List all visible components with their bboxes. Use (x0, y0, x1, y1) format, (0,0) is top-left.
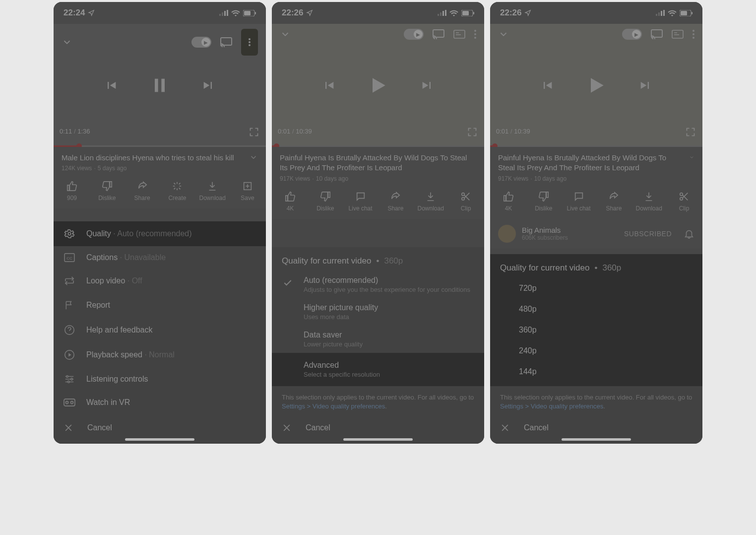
video-title[interactable]: Male Lion disciplines Hyena who tries to… (62, 153, 234, 163)
quality-360p[interactable]: 360p (490, 320, 702, 340)
next-icon[interactable] (201, 78, 215, 92)
expand-icon[interactable] (689, 153, 694, 162)
like-button[interactable]: 909 (56, 181, 88, 201)
video-title[interactable]: Painful Hyena Is Brutally Attacked By Wi… (280, 153, 476, 173)
livechat-button[interactable]: Live chat (563, 191, 595, 212)
quality-higher[interactable]: Higher picture qualityUses more data (272, 298, 484, 326)
more-button[interactable] (241, 29, 258, 56)
dislike-button[interactable]: Dislike (527, 191, 560, 212)
cast-icon[interactable] (433, 29, 444, 39)
video-stats: 917K views·10 days ago (280, 175, 476, 182)
speed-icon (64, 349, 75, 360)
share-button[interactable]: Share (597, 191, 630, 212)
svg-point-19 (67, 381, 69, 383)
svg-rect-2 (224, 11, 226, 16)
settings-captions[interactable]: CC Captions · Unavailable (54, 246, 266, 269)
quality-settings-link[interactable]: Settings > Video quality preferences (282, 402, 385, 410)
svg-rect-36 (658, 12, 660, 16)
quality-advanced[interactable]: AdvancedSelect a specific resolution (272, 353, 484, 386)
wifi-icon (231, 10, 240, 16)
quality-480p[interactable]: 480p (490, 299, 702, 320)
quality-auto[interactable]: Auto (recommended)Adjusts to give you th… (272, 271, 484, 298)
play-icon[interactable] (585, 74, 607, 96)
channel-row[interactable]: Big Animals 606K subscribers SUBSCRIBED (490, 219, 702, 249)
settings-report[interactable]: Report (54, 293, 266, 318)
svg-rect-35 (656, 14, 657, 16)
svg-marker-32 (373, 78, 385, 92)
svg-rect-29 (473, 12, 474, 14)
collapse-icon[interactable] (498, 29, 509, 40)
video-player[interactable]: 0:01 / 10:39 (272, 24, 484, 147)
livechat-button[interactable]: Live chat (344, 191, 377, 212)
cast-icon[interactable] (220, 37, 232, 47)
fullscreen-icon[interactable] (686, 127, 695, 137)
next-icon[interactable] (420, 78, 434, 92)
captions-toggle-icon[interactable] (672, 30, 684, 39)
clip-button[interactable]: Clip (668, 191, 700, 212)
more-button[interactable] (474, 30, 476, 39)
subscribe-button[interactable]: SUBSCRIBED (624, 230, 672, 238)
bell-icon[interactable] (684, 228, 694, 239)
prev-icon[interactable] (322, 78, 336, 92)
settings-quality[interactable]: Quality · Auto (recommended) (54, 221, 266, 246)
autoplay-toggle[interactable] (404, 29, 424, 40)
fullscreen-icon[interactable] (467, 127, 477, 137)
fullscreen-icon[interactable] (249, 127, 259, 137)
more-button[interactable] (693, 30, 694, 39)
status-time: 22:26 (282, 8, 303, 18)
svg-rect-8 (155, 79, 158, 92)
svg-rect-23 (438, 14, 439, 16)
cast-icon[interactable] (651, 29, 663, 39)
gear-icon (64, 228, 75, 239)
video-player[interactable]: 0:01 / 10:39 (490, 24, 702, 147)
clip-button[interactable]: Clip (449, 191, 482, 212)
settings-speed[interactable]: Playback speed · Normal (54, 342, 266, 367)
quality-720p[interactable]: 720p (490, 278, 702, 299)
save-button[interactable]: Save (231, 181, 264, 201)
play-icon[interactable] (367, 74, 389, 96)
expand-icon[interactable] (249, 153, 258, 162)
settings-help[interactable]: Help and feedback (54, 318, 266, 342)
captions-toggle-icon[interactable] (453, 30, 465, 39)
create-button[interactable]: Create (161, 181, 193, 201)
settings-vr[interactable]: Watch in VR (54, 391, 266, 414)
share-button[interactable]: Share (379, 191, 412, 212)
quality-saver[interactable]: Data saverLower picture quality (272, 326, 484, 353)
quality-144p[interactable]: 144p (490, 361, 702, 382)
location-icon (524, 9, 531, 16)
download-button[interactable]: Download (196, 181, 229, 201)
collapse-icon[interactable] (62, 37, 72, 48)
home-indicator[interactable] (562, 438, 631, 441)
next-icon[interactable] (638, 78, 652, 92)
autoplay-toggle[interactable] (191, 37, 211, 48)
svg-rect-5 (244, 11, 251, 15)
home-indicator[interactable] (125, 438, 194, 441)
wifi-icon (449, 10, 458, 16)
svg-rect-43 (672, 30, 683, 38)
download-button[interactable]: Download (632, 191, 665, 212)
avatar[interactable] (498, 225, 516, 243)
dislike-button[interactable]: Dislike (309, 191, 342, 212)
download-button[interactable]: Download (414, 191, 447, 212)
pause-icon[interactable] (150, 75, 170, 95)
quality-240p[interactable]: 240p (490, 340, 702, 361)
settings-loop[interactable]: Loop video · Off (54, 269, 266, 293)
home-indicator[interactable] (343, 438, 413, 441)
video-stats: 917K views·10 days ago (498, 175, 694, 182)
share-button[interactable]: Share (126, 181, 159, 201)
collapse-icon[interactable] (280, 29, 291, 40)
dislike-button[interactable]: Dislike (91, 181, 124, 201)
settings-listening[interactable]: Listening controls (54, 367, 266, 391)
like-button[interactable]: 4K (274, 191, 307, 212)
video-title[interactable]: Painful Hyena Is Brutally Attacked By Wi… (498, 153, 685, 173)
check-icon (283, 278, 293, 288)
like-button[interactable]: 4K (492, 191, 525, 212)
autoplay-toggle[interactable] (622, 29, 642, 40)
quality-settings-link[interactable]: Settings > Video quality preferences (500, 402, 603, 410)
loop-icon (64, 276, 75, 286)
svg-marker-16 (68, 353, 71, 356)
video-player[interactable]: 0:11 / 1:36 (54, 24, 266, 147)
quality-sheet: Quality for current video • 360p Auto (r… (272, 247, 484, 444)
prev-icon[interactable] (540, 78, 554, 92)
prev-icon[interactable] (104, 78, 118, 92)
